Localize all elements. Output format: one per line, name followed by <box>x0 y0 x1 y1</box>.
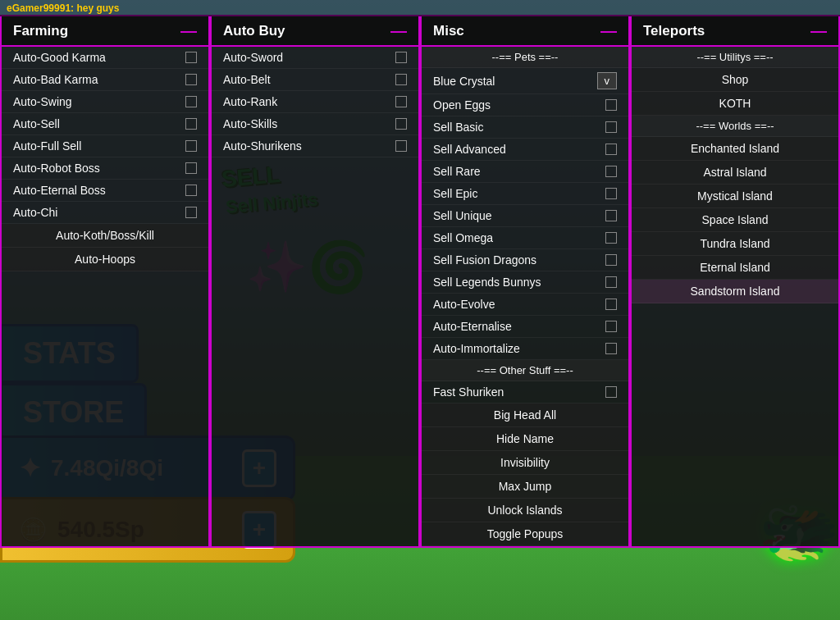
checkbox-auto-sword[interactable] <box>395 52 407 63</box>
astral-island-button[interactable]: Astral Island <box>632 161 838 185</box>
checkbox-sell-epic[interactable] <box>605 188 617 199</box>
other-stuff-section-label: --== Other Stuff ==-- <box>422 360 628 381</box>
checkbox-sell-rare[interactable] <box>605 166 617 177</box>
checkbox-auto-sell[interactable] <box>185 118 197 130</box>
invisibility-button[interactable]: Invisibility <box>422 451 628 475</box>
checkbox-fast-shuriken[interactable] <box>605 386 617 398</box>
list-item[interactable]: Sell Legends Bunnys <box>422 271 628 294</box>
menus-container: Farming — Auto-Good Karma Auto-Bad Karma… <box>0 15 840 548</box>
auto-hoops-button[interactable]: Auto-Hoops <box>2 248 208 271</box>
teleports-panel: Teleports — --== Utilitys ==-- Shop KOTH… <box>630 15 840 548</box>
list-item[interactable]: Auto-Eternal Boss <box>2 180 208 202</box>
list-item[interactable]: Auto-Sword <box>212 47 418 69</box>
enchanted-island-button[interactable]: Enchanted Island <box>632 137 838 161</box>
pets-dropdown-label: Blue Crystal <box>433 75 495 88</box>
checkbox-sell-advanced[interactable] <box>605 144 617 155</box>
farming-close[interactable]: — <box>180 21 197 40</box>
list-item[interactable]: Sell Basic <box>422 116 628 139</box>
checkbox-auto-shurikens[interactable] <box>395 140 407 152</box>
list-item[interactable]: Auto-Robot Boss <box>2 157 208 180</box>
checkbox-sell-fusion-dragons[interactable] <box>605 254 617 266</box>
list-item[interactable]: Sell Epic <box>422 183 628 205</box>
list-item[interactable]: Open Eggs <box>422 94 628 116</box>
checkbox-auto-chi[interactable] <box>185 207 197 218</box>
misc-title: Misc <box>433 23 464 39</box>
eternal-island-button[interactable]: Eternal Island <box>632 256 838 280</box>
checkbox-auto-robot-boss[interactable] <box>185 162 197 174</box>
checkbox-auto-evolve[interactable] <box>605 299 617 310</box>
list-item[interactable]: Fast Shuriken <box>422 381 628 403</box>
checkbox-auto-belt[interactable] <box>395 74 407 85</box>
pets-dropdown-row: Blue Crystal v <box>422 68 628 94</box>
sandstorm-island-button[interactable]: Sandstorm Island <box>632 280 838 303</box>
list-item[interactable]: Sell Omega <box>422 227 628 249</box>
toggle-popups-button[interactable]: Toggle Popups <box>422 522 628 546</box>
checkbox-auto-skills[interactable] <box>395 118 407 130</box>
list-item[interactable]: Sell Unique <box>422 205 628 227</box>
list-item[interactable]: Sell Advanced <box>422 139 628 161</box>
mystical-island-button[interactable]: Mystical Island <box>632 185 838 208</box>
checkbox-auto-good-karma[interactable] <box>185 52 197 63</box>
big-head-all-button[interactable]: Big Head All <box>422 403 628 427</box>
list-item[interactable]: Auto-Full Sell <box>2 135 208 157</box>
checkbox-auto-swing[interactable] <box>185 96 197 107</box>
koth-button[interactable]: KOTH <box>632 92 838 116</box>
utilitys-section-label: --== Utilitys ==-- <box>632 47 838 68</box>
hide-name-button[interactable]: Hide Name <box>422 427 628 451</box>
list-item[interactable]: Auto-Skills <box>212 113 418 135</box>
space-island-button[interactable]: Space Island <box>632 208 838 232</box>
auto-buy-title: Auto Buy <box>223 23 285 39</box>
username-display: eGamer99991: hey guys <box>7 2 119 14</box>
farming-title: Farming <box>13 23 68 39</box>
checkbox-sell-legends-bunnys[interactable] <box>605 276 617 288</box>
tundra-island-button[interactable]: Tundra Island <box>632 232 838 256</box>
checkbox-sell-unique[interactable] <box>605 210 617 221</box>
list-item[interactable]: Auto-Good Karma <box>2 47 208 69</box>
misc-header: Misc — <box>422 16 628 47</box>
farming-panel: Farming — Auto-Good Karma Auto-Bad Karma… <box>0 15 210 548</box>
list-item[interactable]: Auto-Shurikens <box>212 135 418 157</box>
unlock-islands-button[interactable]: Unlock Islands <box>422 499 628 522</box>
auto-buy-close[interactable]: — <box>390 21 407 40</box>
list-item[interactable]: Auto-Rank <box>212 91 418 113</box>
teleports-close[interactable]: — <box>810 21 827 40</box>
list-item[interactable]: Auto-Swing <box>2 91 208 113</box>
top-bar: eGamer99991: hey guys <box>0 0 840 16</box>
misc-panel: Misc — --== Pets ==-- Blue Crystal v Ope… <box>420 15 630 548</box>
list-item[interactable]: Sell Fusion Dragons <box>422 249 628 271</box>
list-item[interactable]: Auto-Evolve <box>422 294 628 316</box>
list-item[interactable]: Auto-Sell <box>2 113 208 135</box>
max-jump-button[interactable]: Max Jump <box>422 475 628 499</box>
checkbox-auto-immortalize[interactable] <box>605 343 617 354</box>
list-item[interactable]: Auto-Chi <box>2 202 208 224</box>
checkbox-sell-basic[interactable] <box>605 121 617 133</box>
list-item[interactable]: Auto-Bad Karma <box>2 69 208 91</box>
auto-buy-panel: Auto Buy — Auto-Sword Auto-Belt Auto-Ran… <box>210 15 420 548</box>
farming-header: Farming — <box>2 16 208 47</box>
shop-button[interactable]: Shop <box>632 68 838 92</box>
list-item[interactable]: Sell Rare <box>422 161 628 183</box>
teleports-header: Teleports — <box>632 16 838 47</box>
auto-buy-header: Auto Buy — <box>212 16 418 47</box>
misc-close[interactable]: — <box>600 21 617 40</box>
teleports-title: Teleports <box>643 23 705 39</box>
checkbox-auto-eternalise[interactable] <box>605 321 617 332</box>
list-item[interactable]: Auto-Immortalize <box>422 338 628 360</box>
checkbox-auto-full-sell[interactable] <box>185 140 197 152</box>
auto-koth-button[interactable]: Auto-Koth/Boss/Kill <box>2 224 208 248</box>
list-item[interactable]: Auto-Belt <box>212 69 418 91</box>
list-item[interactable]: Auto-Eternalise <box>422 316 628 338</box>
checkbox-auto-bad-karma[interactable] <box>185 74 197 85</box>
checkbox-sell-omega[interactable] <box>605 232 617 244</box>
checkbox-open-eggs[interactable] <box>605 99 617 111</box>
checkbox-auto-rank[interactable] <box>395 96 407 107</box>
checkbox-auto-eternal-boss[interactable] <box>185 185 197 196</box>
pets-dropdown-value[interactable]: v <box>597 72 618 89</box>
worlds-section-label: --== Worlds ==-- <box>632 116 838 137</box>
pets-section-label: --== Pets ==-- <box>422 47 628 68</box>
